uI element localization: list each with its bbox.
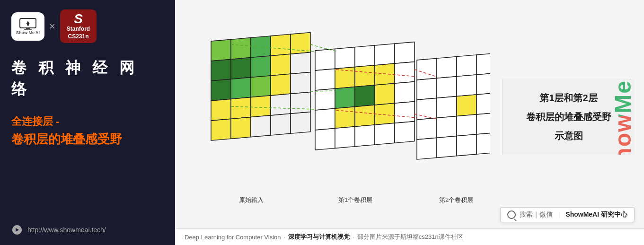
svg-rect-75	[476, 113, 490, 134]
svg-rect-60	[476, 53, 490, 75]
stanford-name: Stanford	[67, 26, 90, 33]
svg-rect-45	[395, 81, 415, 103]
svg-rect-68	[437, 96, 457, 118]
svg-rect-42	[335, 87, 355, 108]
svg-rect-8	[271, 34, 291, 56]
svg-marker-3	[26, 21, 30, 24]
svg-rect-35	[395, 42, 415, 63]
bottom-text2: 深度学习与计算机视觉	[288, 233, 350, 241]
svg-rect-12	[251, 55, 271, 77]
logo-area: Show Me Al × S Stanford CS231n	[11, 9, 164, 43]
info-panel: 第1层和第2层 卷积层的堆叠感受野 示意图 ShowMeAI	[502, 79, 635, 155]
svg-rect-15	[211, 79, 231, 101]
main-content: 原始输入	[175, 0, 644, 245]
sidebar: Show Me Al × S Stanford CS231n 卷 积 神 经 网…	[0, 0, 175, 245]
svg-rect-21	[231, 97, 251, 119]
svg-rect-46	[315, 108, 335, 130]
svg-rect-23	[271, 94, 291, 115]
times-icon: ×	[49, 20, 55, 33]
svg-rect-79	[457, 134, 476, 156]
svg-rect-20	[211, 99, 231, 121]
svg-rect-53	[355, 124, 375, 146]
svg-rect-52	[335, 126, 355, 148]
svg-rect-41	[315, 88, 335, 110]
svg-rect-11	[231, 57, 251, 79]
watermark-text: ShowMeAI	[611, 79, 635, 155]
search-label: 搜索｜微信	[520, 210, 553, 219]
svg-rect-49	[375, 103, 395, 125]
svg-rect-54	[375, 123, 395, 145]
svg-rect-48	[355, 105, 375, 126]
svg-rect-69	[457, 94, 476, 116]
svg-rect-40	[395, 61, 415, 83]
main-title: 卷 积 神 经 网 络	[11, 57, 164, 100]
bottom-dot2: ·	[353, 234, 354, 241]
svg-rect-32	[335, 47, 355, 69]
link-icon	[11, 224, 23, 236]
svg-rect-24	[291, 92, 310, 114]
svg-rect-51	[315, 128, 335, 150]
svg-rect-59	[457, 54, 476, 76]
info-line3: 示意图	[526, 126, 611, 145]
subtitle-line1: 全连接层 -	[11, 113, 164, 130]
svg-rect-39	[375, 63, 395, 85]
svg-rect-31	[315, 49, 335, 70]
svg-rect-64	[457, 74, 476, 96]
svg-rect-28	[271, 114, 291, 135]
svg-rect-67	[417, 98, 437, 120]
showmeai-text: Show Me Al	[16, 30, 40, 35]
diagram-svg: 原始输入	[185, 22, 502, 211]
svg-rect-22	[251, 95, 271, 117]
svg-rect-13	[271, 54, 291, 76]
svg-text:第2个卷积层: 第2个卷积层	[439, 196, 473, 203]
website-link[interactable]: http://www.showmeai.tech/	[11, 224, 164, 236]
svg-rect-27	[251, 115, 271, 137]
bottom-dot1: ·	[284, 234, 286, 241]
stanford-course: CS231n	[68, 33, 89, 41]
svg-rect-36	[315, 69, 335, 90]
svg-rect-57	[417, 58, 437, 80]
svg-rect-38	[355, 65, 375, 87]
svg-rect-19	[291, 72, 310, 94]
svg-rect-73	[437, 116, 457, 138]
search-bar[interactable]: 搜索｜微信 | ShowMeAI 研究中心	[500, 207, 635, 222]
subtitle-area: 全连接层 - 卷积层的堆叠感受野	[11, 113, 164, 149]
svg-rect-74	[457, 114, 476, 136]
svg-rect-17	[251, 75, 271, 97]
svg-rect-63	[437, 76, 457, 98]
bottom-text3: 部分图片来源于斯坦福cs231n课件社区	[357, 233, 463, 241]
svg-rect-33	[355, 45, 375, 67]
svg-rect-4	[27, 24, 29, 26]
svg-rect-16	[231, 77, 251, 99]
svg-text:第1个卷积层: 第1个卷积层	[338, 196, 372, 203]
showmeai-watermark: ShowMeAI	[611, 79, 635, 155]
svg-rect-44	[375, 83, 395, 105]
stanford-badge: S Stanford CS231n	[60, 9, 97, 43]
svg-rect-43	[355, 85, 375, 106]
website-url: http://www.showmeai.tech/	[27, 226, 106, 234]
svg-rect-37	[335, 67, 355, 88]
svg-rect-58	[437, 56, 457, 78]
svg-rect-47	[335, 106, 355, 128]
subtitle-line2: 卷积层的堆叠感受野	[11, 130, 164, 149]
svg-rect-29	[291, 112, 310, 133]
svg-rect-25	[211, 119, 231, 140]
search-icon	[507, 210, 516, 219]
svg-rect-18	[271, 74, 291, 96]
svg-rect-70	[476, 93, 490, 114]
svg-rect-6	[231, 37, 251, 59]
search-brand: ShowMeAI 研究中心	[565, 210, 627, 219]
svg-rect-77	[417, 138, 437, 159]
svg-rect-62	[417, 78, 437, 100]
svg-rect-5	[211, 39, 231, 61]
info-line2: 卷积层的堆叠感受野	[526, 107, 611, 126]
svg-rect-10	[211, 59, 231, 81]
bottom-bar: Deep Learning for Computer Vision · 深度学习…	[175, 228, 644, 245]
info-line1: 第1层和第2层	[526, 88, 611, 107]
svg-rect-14	[291, 52, 310, 74]
stanford-s: S	[74, 12, 83, 26]
showmeai-logo: Show Me Al	[11, 12, 44, 41]
diagram-area: 原始输入	[175, 0, 644, 228]
svg-rect-34	[375, 44, 395, 65]
diagram-visualization: 原始输入	[197, 27, 490, 207]
